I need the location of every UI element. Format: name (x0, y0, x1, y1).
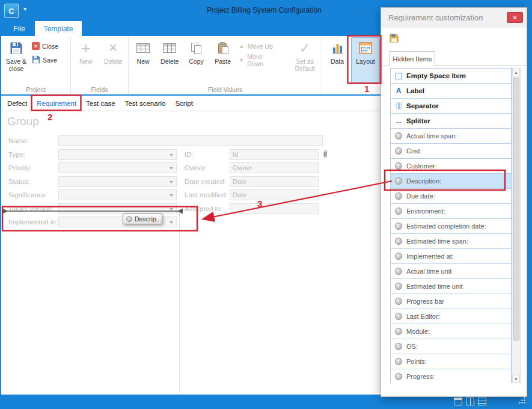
hidden-item[interactable]: Implemented at: (390, 248, 512, 264)
data-button[interactable]: Data (325, 37, 350, 83)
panel-scrollbar[interactable] (512, 68, 521, 383)
hidden-item[interactable]: Environment: (390, 203, 512, 219)
hidden-items-list: Empty Space Item Label Separator Splitte… (390, 68, 512, 383)
hidden-item-label: Label (406, 87, 424, 94)
close-icon (32, 42, 40, 50)
hidden-item[interactable]: Cost: (390, 143, 512, 159)
significance-dropdown[interactable] (58, 189, 177, 200)
document-tab[interactable]: Script (170, 96, 197, 111)
hidden-item[interactable]: Last Editor: (390, 309, 512, 324)
hidden-item[interactable]: Actual time span: (390, 128, 512, 144)
delete-field-button[interactable]: Delete (100, 37, 127, 83)
copy-button[interactable]: Copy (183, 37, 209, 83)
ribbon-tab-file[interactable]: File (6, 21, 32, 36)
status-label: Status: (8, 176, 30, 187)
panel-close-button[interactable] (507, 12, 523, 23)
customization-panel: Requirement customization Hidden Items E… (381, 7, 527, 397)
group-title: Group (7, 115, 39, 128)
name-input[interactable] (58, 135, 323, 146)
document-tab[interactable]: Test case (81, 96, 120, 111)
id-field[interactable]: Id (230, 149, 319, 160)
hidden-item-label: Last Editor: (406, 313, 440, 320)
paste-button[interactable]: Paste (210, 37, 236, 83)
field-icon (394, 237, 403, 245)
scroll-down-icon[interactable] (512, 375, 520, 383)
document-tab[interactable]: Test scenario (120, 96, 171, 111)
hidden-item[interactable]: Progress bar (390, 294, 512, 309)
assigned-to-field[interactable] (230, 203, 319, 214)
owner-value: Owner (233, 164, 252, 171)
set-as-default-button[interactable]: Set as Default (289, 37, 320, 83)
field-icon (394, 342, 403, 351)
panel-title: Requirement customization (388, 13, 483, 22)
hidden-item[interactable]: OS: (390, 339, 512, 354)
ribbon-group-project: Save & close Close Save Project (1, 36, 71, 94)
hidden-item[interactable]: Separator (390, 98, 512, 114)
layout-button[interactable]: Layout (351, 37, 380, 83)
hidden-item[interactable]: Points: (390, 354, 512, 369)
owner-field[interactable]: Owner (230, 162, 319, 173)
layout-icon (358, 40, 373, 56)
delete-field-label: Delete (104, 58, 122, 65)
document-tab[interactable]: Requirement (32, 96, 81, 111)
statusbar-form-view-icon[interactable] (454, 398, 462, 405)
hidden-item[interactable]: Due date: (390, 188, 512, 204)
scrollbar-thumb[interactable] (513, 78, 519, 340)
save-and-close-button[interactable]: Save & close (2, 37, 30, 83)
paperclip-icon[interactable] (322, 150, 328, 161)
date-created-field[interactable]: Date (230, 176, 319, 187)
hidden-item[interactable]: Splitter (390, 113, 512, 129)
document-tab-label: Test scenario (125, 100, 166, 107)
hidden-item[interactable]: Customer: (390, 158, 512, 174)
priority-dropdown[interactable] (58, 162, 177, 173)
move-up-button[interactable]: Move Up (236, 41, 281, 51)
hidden-item[interactable]: Estimated time unit (390, 278, 512, 294)
status-dropdown[interactable] (58, 176, 177, 187)
delete-value-button[interactable]: Delete (156, 37, 183, 83)
hidden-item-label: Module: (406, 328, 430, 335)
hidden-item[interactable]: Progress: (390, 369, 512, 383)
statusbar-grid-view-icon[interactable] (478, 398, 486, 405)
move-down-button[interactable]: Move Down (236, 55, 281, 65)
column-divider (179, 212, 180, 391)
save-close-icon (10, 40, 23, 56)
id-value: Id (233, 151, 238, 158)
empty-space-icon (394, 72, 403, 80)
document-tab[interactable]: Defect (2, 96, 32, 111)
chevron-down-icon (170, 194, 173, 197)
save-button[interactable]: Save (30, 55, 60, 65)
priority-label: Priority: (8, 162, 32, 173)
date-created-value: Date (233, 178, 246, 185)
new-field-button[interactable]: New (72, 37, 100, 83)
new-value-button[interactable]: New (130, 37, 156, 83)
copy-label: Copy (189, 58, 204, 65)
ribbon-group-show: Data Layout (322, 36, 390, 94)
last-modified-field[interactable]: Date (230, 189, 319, 200)
drag-ghost-label: Descrip... (135, 215, 161, 223)
hidden-item-label: Environment: (406, 208, 445, 215)
scroll-up-icon[interactable] (512, 68, 520, 76)
hidden-item-label: Description: (406, 177, 441, 185)
type-dropdown[interactable] (58, 149, 177, 160)
type-label: Type: (8, 149, 25, 160)
hidden-items-tab[interactable]: Hidden Items (390, 51, 435, 66)
document-tab-label: Defect (7, 100, 27, 107)
hidden-item[interactable]: Estimated completion date: (390, 218, 512, 234)
app-window: C Project Billing System Configuration F… (0, 0, 532, 409)
hidden-item[interactable]: Label (390, 83, 512, 99)
panel-save-button[interactable] (388, 32, 400, 44)
save-and-close-label: Save & close (2, 58, 30, 72)
drag-ghost[interactable]: Descrip... (123, 214, 162, 224)
hidden-item[interactable]: Description: (390, 173, 512, 189)
hidden-item[interactable]: Empty Space Item (390, 68, 512, 84)
hidden-item[interactable]: Estimated time span: (390, 233, 512, 249)
hidden-item[interactable]: Module: (390, 324, 512, 339)
close-button[interactable]: Close (30, 41, 60, 51)
statusbar-split-view-icon[interactable] (466, 398, 474, 405)
resize-grip[interactable] (518, 396, 526, 407)
ribbon-tab-template[interactable]: Template (35, 21, 82, 36)
field-icon (394, 282, 403, 291)
save-icon (32, 55, 40, 65)
date-created-label: Date created: (185, 176, 226, 187)
hidden-item[interactable]: Actual time unit (390, 263, 512, 279)
